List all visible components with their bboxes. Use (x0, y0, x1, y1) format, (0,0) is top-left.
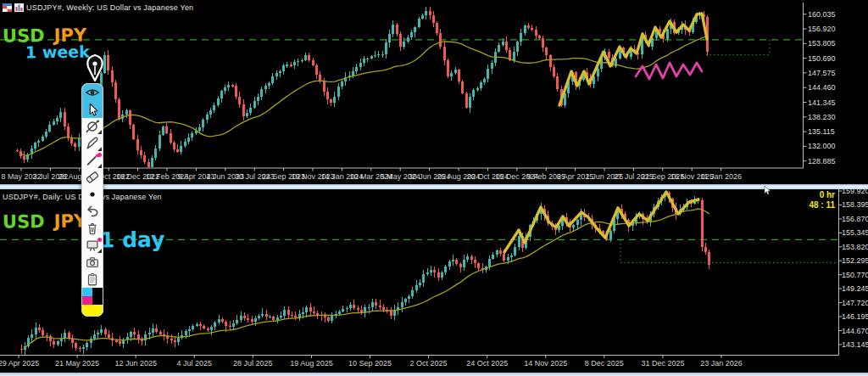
window-grid-icon[interactable] (3, 3, 12, 12)
weekly-timeframe-label: 1 week (25, 42, 90, 62)
tool-clipboard-button[interactable] (82, 271, 103, 288)
date-label: 19 Aug 2025 (290, 359, 333, 368)
color-swatch[interactable] (92, 296, 103, 305)
date-label: 11 Jan 2026 (700, 172, 742, 181)
date-label: 14 Nov 2025 (524, 359, 567, 368)
usd-label: USD (3, 211, 45, 233)
bottom-chart-group (0, 189, 843, 358)
countdown-hours: 0 hr (809, 190, 835, 200)
trash-icon (84, 221, 101, 236)
weekly-chart-title: USDJPY#, Weekly: US Dollar vs Japanese Y… (26, 3, 193, 12)
price-label: 147.575 (808, 69, 836, 77)
tool-shapes-button[interactable] (82, 118, 103, 135)
color-swatch[interactable] (82, 296, 92, 305)
undo-icon (84, 204, 101, 219)
color-indicator-dot (97, 238, 102, 242)
price-label: 132.000 (808, 142, 836, 150)
candle-countdown-timer: 0 hr 48 : 11 (809, 190, 835, 210)
price-label: 155.345 (842, 228, 868, 237)
size-dot-icon (84, 187, 101, 202)
tool-select-button[interactable] (82, 101, 103, 118)
bottom-candles (20, 191, 711, 355)
weekly-window-titlebar: USDJPY#, Weekly: US Dollar vs Japanese Y… (3, 2, 193, 14)
color-swatch[interactable] (92, 288, 103, 296)
price-label: 156.870 (842, 215, 868, 223)
toolbar-drag-handle[interactable] (84, 53, 106, 83)
price-label: 150.770 (842, 271, 868, 279)
tool-line-button[interactable] (82, 152, 103, 169)
color-swatch-panel (82, 288, 103, 316)
metatrader-workspace: USDJPY#, Weekly: US Dollar vs Japanese Y… (0, 0, 868, 376)
tool-pen-button[interactable] (82, 135, 103, 152)
price-label: 141.345 (808, 98, 836, 107)
price-label: 153.805 (808, 39, 836, 48)
eye-icon (84, 85, 101, 100)
price-label: 144.670 (842, 327, 868, 335)
date-label: 29 Apr 2025 (0, 359, 39, 368)
price-label: 152.295 (842, 256, 868, 265)
date-label: 2 Oct 2025 (410, 359, 448, 368)
eraser-icon (84, 170, 101, 185)
annotation-toolbar (81, 83, 103, 317)
price-label: 153.820 (842, 243, 868, 251)
camera-icon (84, 255, 101, 270)
date-label: 24 Oct 2025 (466, 359, 508, 368)
price-label: 149.245 (842, 284, 868, 293)
price-label: 160.035 (808, 10, 836, 19)
date-label: 4 Jul 2025 (176, 359, 212, 368)
price-label: 128.885 (808, 157, 836, 166)
tool-screenshot-button[interactable] (82, 254, 103, 271)
price-label: 135.115 (808, 127, 835, 136)
tool-size-button[interactable] (82, 186, 103, 203)
magenta-zigzag-annotation (636, 63, 702, 79)
window-chart-icon[interactable] (14, 3, 24, 12)
price-label: 144.460 (808, 83, 836, 92)
yellow-zigzag-annotation (559, 14, 707, 105)
cursor-icon (84, 102, 101, 117)
date-label: 31 Dec 2025 (641, 359, 684, 368)
tool-clear-button[interactable] (82, 220, 103, 237)
date-label: 21 May 2025 (55, 359, 99, 368)
date-label: 12 Jun 2025 (114, 359, 157, 368)
price-label: 156.920 (808, 25, 836, 33)
price-label: 138.230 (808, 113, 836, 121)
tool-visibility-button[interactable] (82, 84, 103, 101)
submenu-corner-icon (97, 147, 102, 151)
submenu-corner-icon (97, 164, 102, 168)
daily-pair-label: USDJPY (3, 210, 86, 232)
tool-eraser-button[interactable] (82, 169, 103, 186)
tool-undo-button[interactable] (82, 203, 103, 220)
color-swatch[interactable] (82, 305, 103, 316)
window-separator[interactable] (0, 184, 868, 189)
price-label: 147.720 (842, 299, 868, 307)
top-candles (16, 7, 709, 167)
price-label: 158.395 (842, 200, 868, 209)
date-label: 10 Sep 2025 (348, 359, 392, 368)
date-label: 28 Jul 2025 (233, 359, 273, 368)
color-indicator-dot (97, 153, 102, 157)
price-label: 146.195 (842, 312, 868, 321)
submenu-corner-icon (97, 249, 102, 253)
date-label: 23 Jan 2026 (700, 359, 743, 368)
color-swatch[interactable] (82, 288, 92, 296)
tool-whiteboard-button[interactable] (82, 237, 103, 254)
price-label: 143.145 (842, 340, 868, 349)
mouse-cursor (764, 186, 771, 195)
date-label: 8 Dec 2025 (585, 359, 624, 368)
submenu-corner-icon (97, 130, 102, 134)
price-label: 150.690 (808, 54, 836, 63)
clipboard-icon (84, 272, 101, 287)
countdown-minutes: 48 : 11 (809, 200, 835, 210)
daily-timeframe-label: 1 day (100, 227, 165, 253)
top-chart-group (0, 3, 807, 171)
bottom-window-edge (0, 373, 868, 376)
